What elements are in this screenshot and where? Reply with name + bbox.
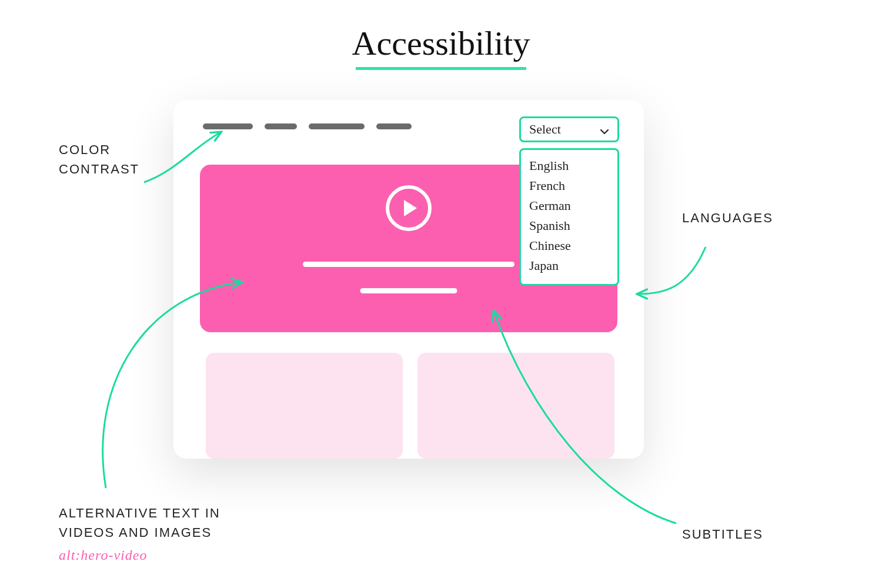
nav-item-placeholder[interactable] xyxy=(376,123,412,129)
play-button[interactable] xyxy=(386,185,432,231)
content-placeholder xyxy=(417,353,614,459)
page-title: Accessibility xyxy=(0,24,882,63)
play-icon xyxy=(404,200,417,216)
language-option[interactable]: French xyxy=(529,176,609,196)
mock-browser-card: Select English French German Spanish Chi… xyxy=(173,100,644,459)
language-option[interactable]: English xyxy=(529,156,609,176)
nav-bar xyxy=(203,123,412,129)
nav-item-placeholder[interactable] xyxy=(309,123,365,129)
annotation-color-contrast: COLORCONTRAST xyxy=(59,140,139,179)
chevron-down-icon xyxy=(600,125,609,134)
annotation-text: ALTERNATIVE TEXT IN xyxy=(59,506,220,520)
subtitle-line xyxy=(360,288,457,293)
language-select-label: Select xyxy=(529,122,561,137)
annotation-subtitles: SUBTITLES xyxy=(682,524,763,544)
title-underline xyxy=(356,67,526,70)
language-option[interactable]: German xyxy=(529,196,609,216)
annotation-code: alt:hero-video xyxy=(59,544,220,566)
nav-item-placeholder[interactable] xyxy=(203,123,253,129)
annotation-text: VIDEOS AND IMAGES xyxy=(59,525,212,540)
diagram-stage: Accessibility Select English French Germ… xyxy=(0,0,882,588)
subtitle-line xyxy=(303,262,514,267)
annotation-alt-text: ALTERNATIVE TEXT IN VIDEOS AND IMAGES al… xyxy=(59,503,220,566)
nav-item-placeholder[interactable] xyxy=(265,123,297,129)
language-dropdown: English French German Spanish Chinese Ja… xyxy=(519,148,619,286)
content-placeholder xyxy=(206,353,403,459)
language-option[interactable]: Japan xyxy=(529,256,609,276)
language-option[interactable]: Spanish xyxy=(529,216,609,236)
language-option[interactable]: Chinese xyxy=(529,236,609,256)
annotation-languages: LANGUAGES xyxy=(682,208,773,228)
language-select[interactable]: Select xyxy=(519,116,619,142)
annotation-text: COLORCONTRAST xyxy=(59,142,139,176)
